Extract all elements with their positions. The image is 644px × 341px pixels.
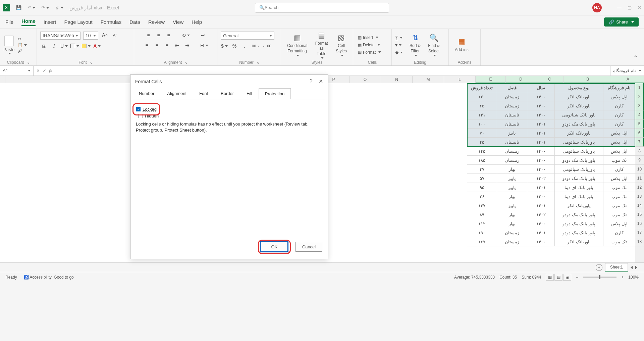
align-right-icon[interactable]: ≡ — [163, 42, 171, 49]
number-format-select[interactable]: General — [221, 32, 274, 40]
row-header[interactable]: 5 — [635, 119, 644, 129]
menu-home[interactable]: Home — [21, 18, 36, 26]
data-cell[interactable]: تک موب — [603, 210, 635, 219]
data-cell[interactable]: تک موب — [603, 237, 635, 246]
data-cell[interactable]: تک موب — [603, 156, 635, 165]
cut-icon[interactable]: ✂ — [18, 37, 27, 41]
row-header[interactable]: 18 — [635, 237, 644, 246]
data-cell[interactable]: پاور بانک مک دودو — [555, 119, 603, 129]
maximize-icon[interactable]: ▢ — [628, 5, 632, 10]
bold-button[interactable]: B — [40, 42, 48, 50]
data-cell[interactable]: اپل پلاس — [603, 92, 635, 101]
menu-page-layout[interactable]: Page Layout — [64, 19, 92, 25]
data-cell[interactable]: ۱۴۰۱ — [527, 129, 555, 138]
row-header[interactable]: 7 — [635, 138, 644, 147]
data-cell[interactable]: پاوربانک شیائومی — [555, 165, 603, 174]
data-cell[interactable]: ۶۵ — [467, 101, 497, 110]
data-cell[interactable]: پاوربانک انکر — [555, 129, 603, 138]
data-cell[interactable]: پاوربانک انکر — [555, 237, 603, 246]
data-cell[interactable]: زمستان — [497, 237, 527, 246]
tab-fill[interactable]: Fill — [240, 88, 259, 99]
col-header[interactable]: N — [381, 76, 413, 83]
col-header-C[interactable]: C — [536, 76, 564, 83]
data-cell[interactable]: ۵۷ — [467, 174, 497, 183]
clear-icon[interactable]: ◆ — [395, 50, 403, 55]
data-cell[interactable]: ۳۶ — [467, 192, 497, 201]
data-cell[interactable]: بهار — [497, 219, 527, 228]
data-cell[interactable]: ۱۱۲ — [467, 219, 497, 228]
data-cell[interactable]: اپل پلاس — [603, 138, 635, 147]
data-cell[interactable]: تابستان — [497, 110, 527, 119]
row-header[interactable]: 12 — [635, 183, 644, 192]
collapse-ribbon-icon[interactable]: ⌃ — [628, 29, 644, 65]
find-select-button[interactable]: 🔍Find & Select — [425, 33, 442, 56]
select-all-corner[interactable] — [0, 76, 5, 83]
data-cell[interactable]: پاور بانک مک دودو — [555, 219, 603, 228]
data-cell[interactable]: ۱۴۰۱ — [527, 201, 555, 210]
data-cell[interactable]: تک موب — [603, 183, 635, 192]
data-cell[interactable]: ۱۴۰۰ — [527, 147, 555, 156]
font-size-select[interactable]: 10 — [83, 32, 98, 40]
data-cell[interactable]: بهار — [497, 210, 527, 219]
data-cell[interactable]: ۱۴۰۰ — [527, 219, 555, 228]
data-cell[interactable]: پاوربانک انکر — [555, 101, 603, 110]
clipboard-launcher-icon[interactable]: ↘ — [27, 61, 30, 64]
row-header[interactable]: 17 — [635, 228, 644, 237]
data-cell[interactable]: ۱۶۷ — [467, 237, 497, 246]
tab-protection[interactable]: Protection — [259, 88, 291, 99]
data-cell[interactable]: ۸۹ — [467, 210, 497, 219]
menu-insert[interactable]: Insert — [44, 19, 56, 25]
align-center-icon[interactable]: ≡ — [153, 42, 161, 49]
menu-view[interactable]: View — [173, 19, 183, 25]
data-cell[interactable]: کارن — [603, 110, 635, 119]
row-header[interactable]: 6 — [635, 129, 644, 138]
share-button[interactable]: 🔗 Share — [604, 17, 639, 27]
data-cell[interactable]: ۱۴۰۰ — [527, 192, 555, 201]
row-header[interactable]: 2 — [635, 92, 644, 101]
column-header-cell[interactable]: تعداد فروش — [467, 83, 497, 92]
column-header-cell[interactable]: نوع محصول — [555, 83, 603, 92]
alignment-launcher-icon[interactable]: ↘ — [184, 61, 187, 64]
fx-icon[interactable]: fx — [49, 68, 52, 74]
autosum-icon[interactable]: ∑ — [395, 35, 403, 40]
data-cell[interactable]: پاییز — [497, 174, 527, 183]
underline-button[interactable]: U — [60, 42, 68, 50]
orientation-icon[interactable]: ⟲ — [182, 32, 190, 39]
col-header[interactable]: O — [350, 76, 381, 83]
align-middle-icon[interactable]: ≡ — [155, 32, 162, 39]
tab-font[interactable]: Font — [193, 88, 214, 99]
minimize-icon[interactable]: — — [617, 5, 622, 10]
increase-font-icon[interactable]: A^ — [101, 32, 108, 39]
data-cell[interactable]: کارن — [603, 228, 635, 237]
increase-decimal-icon[interactable]: .00→ — [251, 42, 260, 50]
fill-icon[interactable]: ▾ — [395, 42, 403, 48]
dialog-close-icon[interactable]: ✕ — [319, 78, 323, 85]
undo-icon[interactable]: ↶ — [25, 4, 37, 11]
sort-filter-button[interactable]: ⇅Sort & Filter — [407, 33, 423, 56]
data-cell[interactable]: تک موب — [603, 201, 635, 210]
data-cell[interactable]: ۱۴۰۲ — [527, 210, 555, 219]
row-header[interactable]: 11 — [635, 174, 644, 183]
fill-color-button[interactable] — [82, 42, 91, 50]
column-header-cell[interactable]: نام فروشگاه — [603, 83, 635, 92]
accessibility-status[interactable]: ♿ Accessibility: Good to go — [24, 275, 74, 280]
data-cell[interactable]: ۱۴۰۱ — [527, 119, 555, 129]
col-header-D[interactable]: D — [506, 76, 536, 83]
data-cell[interactable]: اپل پلاس — [603, 174, 635, 183]
menu-help[interactable]: Help — [192, 19, 202, 25]
normal-view-icon[interactable]: ▦ — [546, 274, 554, 281]
currency-icon[interactable]: $ — [221, 42, 228, 50]
data-cell[interactable]: بهار — [497, 192, 527, 201]
data-cell[interactable]: ۱۴۰۲ — [527, 174, 555, 183]
data-cell[interactable]: ۱۴۰۱ — [527, 183, 555, 192]
search-bar[interactable]: 🔍 Search — [255, 3, 389, 13]
data-cell[interactable]: پاییز — [497, 201, 527, 210]
row-header[interactable]: 3 — [635, 101, 644, 110]
data-cell[interactable]: ۱۸۵ — [467, 156, 497, 165]
font-color-button[interactable]: A — [93, 42, 101, 50]
hidden-checkbox[interactable]: Hidden — [139, 113, 322, 118]
data-cell[interactable]: ۱۴۱ — [467, 110, 497, 119]
add-sheet-button[interactable]: + — [596, 264, 602, 271]
insert-cells-button[interactable]: ▦Insert — [357, 35, 382, 41]
close-icon[interactable]: ✕ — [638, 5, 641, 10]
